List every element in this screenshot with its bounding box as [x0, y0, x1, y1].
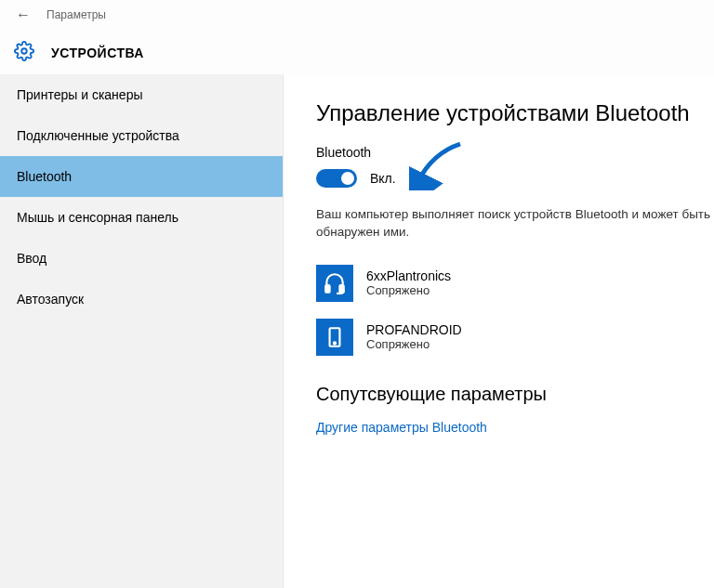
titlebar: ← Параметры — [0, 0, 714, 30]
window-title: Параметры — [46, 8, 106, 21]
sidebar-item-connected-devices[interactable]: Подключенные устройства — [0, 115, 283, 156]
device-name: PROFANDROID — [366, 322, 462, 337]
device-item[interactable]: PROFANDROID Сопряжено — [316, 319, 714, 356]
device-info: 6xxPlantronics Сопряжено — [366, 268, 451, 297]
sidebar-item-bluetooth[interactable]: Bluetooth — [0, 156, 283, 197]
toggle-state-label: Вкл. — [370, 171, 396, 186]
sidebar-item-mouse-touchpad[interactable]: Мышь и сенсорная панель — [0, 197, 283, 238]
page-header: УСТРОЙСТВА — [0, 30, 714, 74]
device-name: 6xxPlantronics — [366, 268, 451, 283]
main-panel: Управление устройствами Bluetooth Blueto… — [284, 74, 714, 588]
svg-rect-1 — [325, 285, 329, 293]
gear-icon — [14, 41, 34, 65]
sidebar-item-printers[interactable]: Принтеры и сканеры — [0, 74, 283, 115]
svg-point-0 — [21, 48, 27, 54]
page-heading: УСТРОЙСТВА — [51, 46, 144, 60]
device-info: PROFANDROID Сопряжено — [366, 322, 462, 351]
device-status: Сопряжено — [366, 283, 451, 297]
related-link-bluetooth-settings[interactable]: Другие параметры Bluetooth — [316, 420, 714, 435]
toggle-row: Вкл. — [316, 169, 714, 188]
device-status: Сопряжено — [366, 337, 462, 351]
main-heading: Управление устройствами Bluetooth — [316, 100, 714, 126]
sidebar-item-typing[interactable]: Ввод — [0, 238, 283, 279]
phone-icon — [316, 319, 353, 356]
bluetooth-section-label: Bluetooth — [316, 145, 714, 160]
back-button[interactable]: ← — [9, 7, 37, 23]
bluetooth-description: Ваш компьютер выполняет поиск устройств … — [316, 206, 714, 242]
svg-point-4 — [334, 342, 336, 344]
sidebar-item-autoplay[interactable]: Автозапуск — [0, 279, 283, 320]
sidebar: Принтеры и сканеры Подключенные устройст… — [0, 74, 284, 588]
related-heading: Сопутсвующие параметры — [316, 384, 714, 405]
headset-icon — [316, 265, 353, 302]
content: Принтеры и сканеры Подключенные устройст… — [0, 74, 714, 588]
device-item[interactable]: 6xxPlantronics Сопряжено — [316, 265, 714, 302]
bluetooth-toggle[interactable] — [316, 169, 357, 188]
toggle-knob — [341, 172, 354, 185]
